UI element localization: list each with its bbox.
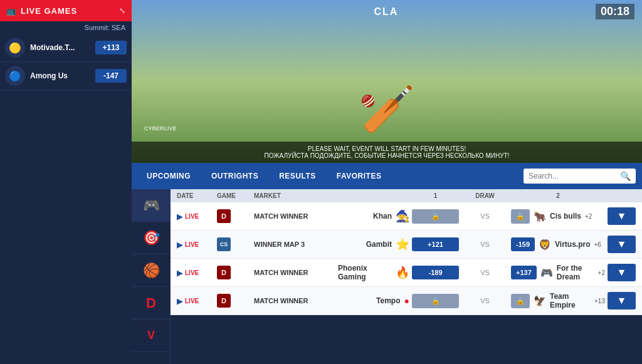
overlay-text-en: PLEASE WAIT, EVENT WILL START IN FEW MIN… bbox=[138, 145, 636, 152]
row3-team2-avatar: 🎮 bbox=[540, 267, 553, 279]
row4-teams: Tempo ● bbox=[338, 296, 409, 306]
team2-name: Among Us bbox=[30, 71, 90, 80]
table-row: ▶ LIVE CS WINNER MAP 3 Gambit ⭐ +121 VS … bbox=[171, 231, 642, 259]
live-badge-3: LIVE bbox=[185, 269, 199, 276]
sport-icon-basketball[interactable]: 🏀 bbox=[132, 254, 171, 287]
row4-live: ▶ LIVE bbox=[177, 296, 214, 306]
row2-odds2[interactable]: -159 bbox=[511, 237, 535, 251]
tv-icon: 📺 bbox=[6, 6, 17, 16]
live-games-header: 📺 LIVE GAMES ⤡ bbox=[0, 0, 132, 21]
row4-team2-avatar: 🦅 bbox=[534, 295, 546, 307]
play-icon-4[interactable]: ▶ bbox=[177, 296, 183, 306]
nav-outrights[interactable]: OUTRIGHTS bbox=[203, 167, 267, 185]
match-timer: 00:18 bbox=[596, 4, 634, 19]
col-market: MARKET bbox=[254, 192, 335, 199]
row2-team1: Gambit bbox=[366, 240, 392, 249]
row2-odds1[interactable]: +121 bbox=[412, 237, 459, 251]
nav-results[interactable]: RESULTS bbox=[270, 167, 325, 185]
row3-teams: Phoenix Gaming 🔥 bbox=[338, 264, 409, 281]
sport-icon-gamepad[interactable]: 🎮 bbox=[132, 189, 171, 222]
row2-more-count: +6 bbox=[594, 241, 601, 248]
table-header: DATE GAME MARKET 1 DRAW 2 bbox=[171, 189, 642, 202]
left-panel: 📺 LIVE GAMES ⤡ Summit: SEA 🟡 Motivade.T.… bbox=[0, 0, 132, 364]
row4-right-team: 🔒 🦅 Team Empire +13 bbox=[511, 292, 605, 309]
cyberlive-watermark: CYBERLIVE bbox=[144, 125, 177, 132]
main-layout: 📺 LIVE GAMES ⤡ Summit: SEA 🟡 Motivade.T.… bbox=[0, 0, 642, 364]
lock-icon-1: 🔒 bbox=[431, 212, 440, 220]
team-item-1[interactable]: 🟡 Motivade.T... +113 bbox=[0, 34, 132, 62]
live-games-label: LIVE GAMES bbox=[21, 6, 77, 16]
sidebar-icons-col: 🎮 🎯 🏀 D V bbox=[132, 189, 171, 364]
nav-bar: UPCOMING OUTRIGHTS RESULTS FAVORITES 🔍 bbox=[132, 163, 642, 189]
team1-logo: 🟡 bbox=[5, 38, 25, 58]
row3-team1-avatar: 🔥 bbox=[396, 266, 409, 279]
row3-more-count: +2 bbox=[598, 269, 605, 276]
cla-logo: CLA bbox=[374, 6, 399, 18]
row1-odds2[interactable]: 🔒 bbox=[511, 209, 530, 224]
play-icon-2[interactable]: ▶ bbox=[177, 240, 183, 249]
live-badge-4: LIVE bbox=[185, 298, 199, 304]
row2-teams: Gambit ⭐ bbox=[338, 237, 409, 251]
video-overlay: PLEASE WAIT, EVENT WILL START IN FEW MIN… bbox=[132, 142, 642, 163]
table-row: ▶ LIVE D MATCH WINNER Khan 🧙 🔒 VS bbox=[171, 202, 642, 231]
search-box: 🔍 bbox=[524, 169, 636, 184]
row4-dropdown[interactable]: ▼ bbox=[608, 292, 636, 309]
row2-team2: Virtus.pro bbox=[555, 240, 590, 249]
row4-vs: VS bbox=[461, 297, 508, 304]
cricket-players: 🏏 bbox=[359, 86, 415, 132]
row1-odds1[interactable]: 🔒 bbox=[412, 209, 459, 224]
search-input[interactable] bbox=[529, 172, 616, 180]
overlay-text-ru: ПОЖАЛУЙСТА ПОДОЖДИТЕ, СОБЫТИЕ НАЧНЕТСЯ Ч… bbox=[138, 152, 636, 159]
video-background: CLA 00:18 CYBERLIVE 🏏 bbox=[132, 0, 642, 163]
row1-team2-avatar: 🐂 bbox=[534, 211, 546, 222]
play-icon-3[interactable]: ▶ bbox=[177, 268, 183, 278]
row3-odds2[interactable]: +137 bbox=[511, 266, 537, 279]
row2-vs: VS bbox=[461, 241, 508, 248]
search-icon[interactable]: 🔍 bbox=[620, 171, 631, 181]
sport-icon-dota[interactable]: D bbox=[132, 287, 171, 320]
row3-team2: For the Dream bbox=[557, 264, 594, 281]
row3-odds1[interactable]: -189 bbox=[412, 266, 459, 279]
team2-odds[interactable]: -147 bbox=[95, 69, 127, 83]
lock-icon-4: 🔒 bbox=[516, 297, 525, 304]
stadium-background bbox=[132, 0, 642, 163]
row2-team1-avatar: ⭐ bbox=[396, 237, 409, 251]
row1-right-team: 🔒 🐂 Cis bulls +2 bbox=[511, 209, 605, 224]
row4-odds1[interactable]: 🔒 bbox=[412, 294, 459, 308]
row2-team2-avatar: 🦁 bbox=[539, 239, 551, 251]
row1-team2: Cis bulls bbox=[550, 212, 581, 221]
video-top-bar: CLA 00:18 bbox=[132, 0, 642, 23]
row1-dropdown[interactable]: ▼ bbox=[608, 207, 636, 225]
col-2: 2 bbox=[511, 192, 605, 199]
play-icon-1[interactable]: ▶ bbox=[177, 212, 183, 221]
col-draw: DRAW bbox=[461, 192, 508, 199]
right-section: CLA 00:18 CYBERLIVE 🏏 PLEASE WAIT, EVENT… bbox=[132, 0, 642, 364]
team2-logo: 🔵 bbox=[5, 66, 25, 86]
row2-market: WINNER MAP 3 bbox=[254, 241, 335, 248]
nav-upcoming[interactable]: UPCOMING bbox=[138, 167, 199, 185]
row4-game-icon: D bbox=[217, 294, 231, 308]
team1-name: Motivade.T... bbox=[30, 43, 90, 52]
row4-odds2[interactable]: 🔒 bbox=[511, 294, 530, 308]
row2-dropdown[interactable]: ▼ bbox=[608, 236, 636, 253]
sport-icon-fps[interactable]: 🎯 bbox=[132, 222, 171, 254]
row3-dropdown[interactable]: ▼ bbox=[608, 264, 636, 281]
summit-label: Summit: SEA bbox=[0, 21, 132, 34]
row2-right-team: -159 🦁 Virtus.pro +6 bbox=[511, 237, 605, 251]
row4-team1: Tempo bbox=[376, 296, 400, 305]
nav-favorites[interactable]: FAVORITES bbox=[328, 167, 391, 185]
team1-odds[interactable]: +113 bbox=[95, 41, 127, 55]
team-item-2[interactable]: 🔵 Among Us -147 bbox=[0, 62, 132, 90]
row1-teams: Khan 🧙 bbox=[338, 209, 409, 223]
row3-game-icon: D bbox=[217, 266, 231, 279]
col-date: DATE bbox=[177, 192, 214, 199]
row1-team1: Khan bbox=[373, 212, 392, 221]
row3-live: ▶ LIVE bbox=[177, 268, 214, 278]
sport-icon-valorant[interactable]: V bbox=[132, 320, 171, 352]
row4-team1-avatar: ● bbox=[404, 296, 409, 306]
row3-market: MATCH WINNER bbox=[254, 269, 335, 276]
collapse-button[interactable]: ⤡ bbox=[119, 6, 125, 15]
lock-icon-2: 🔒 bbox=[516, 212, 525, 220]
row2-game-icon: CS bbox=[217, 237, 231, 251]
row1-vs: VS bbox=[461, 212, 508, 220]
